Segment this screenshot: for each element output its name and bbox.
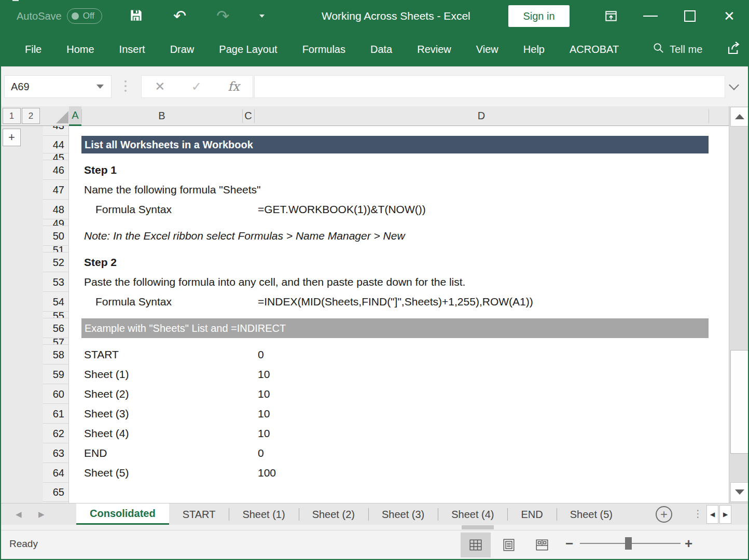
row-header-45[interactable]: 45 <box>43 153 68 160</box>
vertical-scrollbar-thumb[interactable] <box>730 350 748 454</box>
tell-me-box[interactable]: Tell me <box>653 32 702 66</box>
tab-scroll-right-icon[interactable]: ▶ <box>38 503 45 525</box>
bar-text: Example with "Sheets" List and =INDIRECT <box>85 323 286 334</box>
expand-formula-bar-icon[interactable] <box>729 80 739 90</box>
outline-expand-button[interactable]: + <box>3 129 21 146</box>
ribbon-display-options-icon[interactable] <box>591 0 631 32</box>
ribbon-tab-draw[interactable]: Draw <box>170 44 195 55</box>
zoom-in-icon[interactable]: + <box>685 536 692 552</box>
grid-row-49 <box>69 219 728 226</box>
scroll-down-icon[interactable] <box>730 482 748 502</box>
ribbon-tab-acrobat[interactable]: ACROBAT <box>570 44 619 55</box>
ribbon-tab-file[interactable]: File <box>25 44 41 55</box>
insert-function-icon[interactable]: fx <box>228 79 239 94</box>
row-header-50[interactable]: 50 <box>43 226 68 246</box>
scroll-up-icon[interactable] <box>730 107 748 127</box>
outline-pane: + <box>0 126 43 503</box>
row-header-65[interactable]: 65 <box>43 483 68 502</box>
column-separator[interactable] <box>709 109 709 123</box>
tab-bar-overflow-icon[interactable]: ⋮ <box>693 508 703 520</box>
zoom-out-icon[interactable]: − <box>565 536 573 552</box>
grid-row-57 <box>69 338 728 345</box>
customize-toolbar-dropdown-icon[interactable] <box>259 15 265 18</box>
row-header-48[interactable]: 48 <box>43 200 68 219</box>
name-box[interactable]: A69 <box>4 75 112 98</box>
vertical-scrollbar[interactable] <box>729 106 749 503</box>
tab-scroll-left-icon[interactable]: ◀ <box>16 503 22 525</box>
ribbon-tab-review[interactable]: Review <box>417 44 451 55</box>
row-header-52[interactable]: 52 <box>43 253 68 272</box>
sheet-tab-sheet-1[interactable]: Sheet (1) <box>229 503 298 525</box>
status-text: Ready <box>9 538 38 550</box>
page-layout-view-icon[interactable] <box>494 533 524 557</box>
close-button[interactable]: ✕ <box>710 0 749 32</box>
sheet-tabs: ConsolidatedSTARTSheet (1)Sheet (2)Sheet… <box>76 503 626 525</box>
sheet-tab-end[interactable]: END <box>507 503 556 525</box>
save-icon[interactable] <box>129 8 143 24</box>
redo-icon[interactable]: ↷ <box>216 8 229 24</box>
row-header-61[interactable]: 61 <box>43 404 68 424</box>
sheet-tab-sheet-5[interactable]: Sheet (5) <box>557 503 626 525</box>
row-header-64[interactable]: 64 <box>43 463 68 483</box>
outline-level-1-button[interactable]: 1 <box>3 108 21 124</box>
row-header-60[interactable]: 60 <box>43 384 68 404</box>
select-all-icon[interactable] <box>56 111 68 123</box>
ribbon-tab-help[interactable]: Help <box>523 44 545 55</box>
maximize-button[interactable] <box>670 0 710 32</box>
ribbon-tab-insert[interactable]: Insert <box>119 44 145 55</box>
undo-icon[interactable]: ↶ <box>173 8 186 24</box>
row-header-54[interactable]: 54 <box>43 292 68 312</box>
sign-in-button[interactable]: Sign in <box>508 5 570 27</box>
tab-pager-right-icon[interactable]: ▶ <box>719 505 731 524</box>
row-header-57[interactable]: 57 <box>43 338 68 345</box>
formula-bar-buttons: ✕ ✓ fx <box>141 75 253 98</box>
new-sheet-button[interactable]: + <box>656 506 672 523</box>
sheet-tab-start[interactable]: START <box>169 503 229 525</box>
row-header-46[interactable]: 46 <box>43 160 68 180</box>
cancel-icon[interactable]: ✕ <box>155 79 165 94</box>
cell-text: Step 2 <box>84 256 117 269</box>
outline-level-2-button[interactable]: 2 <box>22 108 40 124</box>
name-box-dropdown-icon[interactable] <box>96 85 104 89</box>
row-header-62[interactable]: 62 <box>43 424 68 443</box>
sheet-tab-sheet-3[interactable]: Sheet (3) <box>368 503 438 525</box>
row-header-47[interactable]: 47 <box>43 180 68 200</box>
minimize-button[interactable] <box>631 0 670 32</box>
sheet-tab-sheet-2[interactable]: Sheet (2) <box>299 503 368 525</box>
enter-icon[interactable]: ✓ <box>191 79 202 94</box>
row-header-55[interactable]: 55 <box>43 312 68 318</box>
data-value: 0 <box>258 348 264 361</box>
formula-input[interactable] <box>254 75 725 98</box>
sheet-tab-sheet-4[interactable]: Sheet (4) <box>438 503 507 525</box>
row-header-58[interactable]: 58 <box>43 345 68 365</box>
cells-area[interactable]: List all Worksheets in a WorkbookStep 1N… <box>69 126 728 503</box>
autosave-pill[interactable]: Off <box>67 8 102 24</box>
sheet-tab-consolidated[interactable]: Consolidated <box>76 503 169 525</box>
share-icon[interactable] <box>726 40 742 58</box>
column-header-B[interactable]: B <box>81 106 242 125</box>
horizontal-scrollbar[interactable] <box>0 525 749 530</box>
row-header-44[interactable]: 44 <box>43 136 68 153</box>
tab-pager-left-icon[interactable]: ◀ <box>706 505 718 524</box>
row-header-59[interactable]: 59 <box>43 365 68 384</box>
data-value: 0 <box>258 447 264 459</box>
column-header-D[interactable]: D <box>254 106 709 125</box>
row-header-49[interactable]: 49 <box>43 219 68 226</box>
page-break-preview-icon[interactable] <box>527 533 557 557</box>
normal-view-icon[interactable] <box>461 533 491 557</box>
zoom-slider-thumb[interactable] <box>625 537 632 550</box>
horizontal-scrollbar-thumb[interactable] <box>462 525 494 529</box>
column-header-A[interactable]: A <box>69 106 81 126</box>
column-header-C[interactable]: C <box>242 106 254 125</box>
ribbon-tab-page-layout[interactable]: Page Layout <box>219 44 277 55</box>
ribbon-tab-formulas[interactable]: Formulas <box>302 44 345 55</box>
row-header-51[interactable]: 51 <box>43 246 68 253</box>
row-header-53[interactable]: 53 <box>43 272 68 292</box>
ribbon-tab-view[interactable]: View <box>476 44 498 55</box>
autosave-toggle[interactable]: AutoSave Off <box>17 8 102 24</box>
row-header-63[interactable]: 63 <box>43 443 68 463</box>
row-header-43[interactable]: 43 <box>43 126 68 136</box>
ribbon-tab-home[interactable]: Home <box>66 44 94 55</box>
row-header-56[interactable]: 56 <box>43 318 68 338</box>
ribbon-tab-data[interactable]: Data <box>370 44 392 55</box>
